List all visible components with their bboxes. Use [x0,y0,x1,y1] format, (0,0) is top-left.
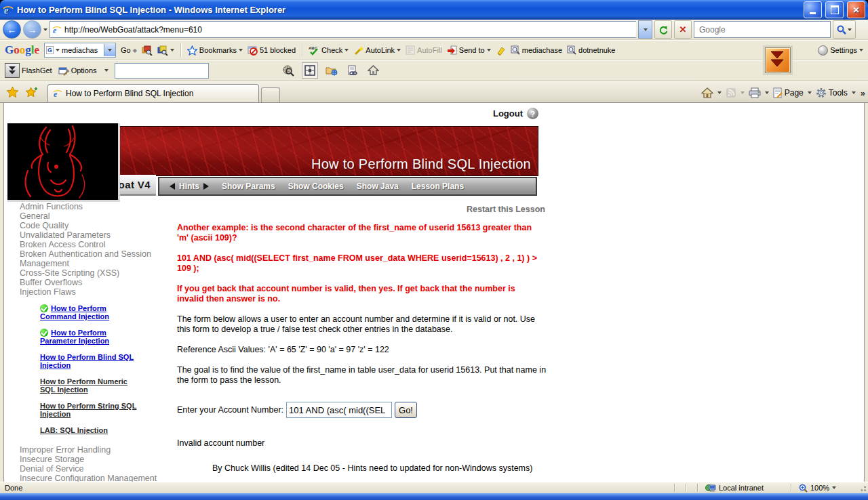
lesson-link[interactable]: How to Perform Command Injection [40,304,109,321]
statusbar-separator [674,484,675,492]
hints-label[interactable]: Hints [179,182,199,191]
dotnetnuke-search-button[interactable]: dotnetnuke [567,45,615,55]
go-label: Go [121,46,131,54]
more-commands-button[interactable]: » [861,88,865,98]
sidebar-category[interactable]: Unvalidated Parameters [20,231,159,241]
lesson-link[interactable]: How to Perform Numeric SQL Injection [40,377,127,394]
go-button[interactable]: Go! [395,402,417,418]
lesson-link-item[interactable]: How to Perform String SQL Injection [40,402,143,419]
search-input[interactable] [698,24,827,35]
add-favorite-button[interactable] [22,83,41,100]
lesson-link[interactable]: LAB: SQL Injection [40,426,108,434]
minimize-icon [810,12,816,14]
combo-dropdown[interactable] [104,44,115,56]
logout-help-icon[interactable]: ? [527,108,538,119]
sidebar-category[interactable]: Injection Flaws [20,288,159,297]
print-dropdown[interactable] [765,91,769,94]
hints-next-icon[interactable] [203,183,209,190]
history-dropdown[interactable] [43,28,47,31]
lesson-link-item[interactable]: How to Perform Command Injection [40,304,143,321]
flashget-input[interactable] [115,63,209,79]
sidebar-category[interactable]: Cross-Site Scripting (XSS) [20,269,159,278]
autolink-button[interactable]: AutoLink [353,45,401,56]
url-dropdown-button[interactable] [638,20,652,39]
tools-gear-icon [816,87,827,98]
lesson-link-item[interactable]: LAB: SQL Injection [40,426,143,435]
google-search-combo[interactable]: G mediachas [44,43,116,58]
home-dropdown[interactable] [717,91,722,94]
menu-show-java[interactable]: Show Java [357,182,399,191]
sidebar-category[interactable]: Buffer Overflows [20,278,159,288]
sidebar-category[interactable]: Insecure Configuration Management [20,474,159,482]
search-site-button[interactable] [142,45,153,56]
tab-bar: e How to Perform Blind SQL Injection [0,81,868,103]
hints-control[interactable]: Hints [170,182,209,191]
settings-label: Settings [830,46,857,54]
lesson-menu-bar: Hints Show Params Show Cookies Show Java… [158,177,537,196]
spellcheck-button[interactable]: ABC Check [309,45,349,56]
google-go-button[interactable]: Go ◆ [121,46,137,54]
mediachase-search-button[interactable]: mediachase [511,45,562,55]
flashget-sitelink-button[interactable] [345,63,360,78]
popup-blocker-button[interactable]: 51 blocked [248,45,296,56]
flashget-home-button[interactable] [366,63,381,78]
flashget-folder-button[interactable] [324,63,339,78]
sidebar-category[interactable]: Improper Error Handling [20,446,159,455]
flashget-search-button[interactable] [281,63,296,78]
back-button[interactable]: ← [3,20,21,39]
favorites-button[interactable] [3,83,22,100]
page-dropdown[interactable] [808,91,812,94]
zoom-control[interactable]: 100% [793,484,857,493]
restart-lesson-link[interactable]: Restart this Lesson [177,205,545,215]
minimize-button[interactable] [804,1,822,18]
refresh-button[interactable] [654,20,672,39]
sidebar-category[interactable]: Broken Access Control [20,241,159,250]
sidebar-category[interactable]: Broken Authentication and Session Manage… [20,250,159,268]
menu-lesson-plans[interactable]: Lesson Plans [412,182,464,191]
flashget-capture-button[interactable] [302,62,318,79]
lesson-link[interactable]: How to Perform Parameter Injection [40,329,109,346]
flashget-button[interactable]: FlashGet [5,63,52,78]
menu-show-cookies[interactable]: Show Cookies [288,182,344,191]
forward-button[interactable]: → [23,20,41,39]
print-button[interactable] [747,86,763,100]
flashget-options-button[interactable]: Options [58,66,108,76]
search-web-button[interactable] [157,45,174,56]
active-tab[interactable]: e How to Perform Blind SQL Injection [47,84,259,102]
tools-menu-button[interactable]: Tools [814,86,850,100]
status-text: Done [1,484,672,492]
search-site-icon [142,45,153,56]
zoom-dropdown[interactable] [832,486,836,489]
url-field[interactable]: e http://neo/WebGoat/attack?menu=610 [50,21,636,38]
lesson-link[interactable]: How to Perform String SQL Injection [40,402,136,419]
tools-dropdown[interactable] [852,91,856,94]
menu-show-params[interactable]: Show Params [222,182,275,191]
search-go-button[interactable] [833,20,856,39]
bookmarks-button[interactable]: Bookmarks [187,45,243,56]
maximize-button[interactable] [825,1,844,18]
settings-button[interactable]: Settings [818,45,863,56]
resize-grip[interactable] [859,484,867,492]
sidebar-category[interactable]: General [20,212,159,222]
sidebar-category[interactable]: Denial of Service [20,465,159,474]
lesson-link-item-current[interactable]: How to Perform Blind SQL Injection [40,353,143,370]
home-button[interactable] [699,86,715,100]
account-number-input[interactable] [286,402,392,418]
page-menu-button[interactable]: Page [771,86,806,100]
chevron-down-icon [644,28,648,31]
logout-button[interactable]: Logout [493,108,523,119]
stop-button[interactable]: ✕ [674,20,692,39]
search-box[interactable] [694,21,831,38]
close-button[interactable]: ✕ [847,1,865,18]
flashget-dropzone[interactable] [765,47,791,73]
hints-prev-icon[interactable] [170,183,175,190]
new-tab-stub[interactable] [261,87,280,102]
sidebar-category[interactable]: Insecure Storage [20,455,159,465]
sidebar-category[interactable]: Admin Functions [20,203,159,212]
lesson-link-item[interactable]: How to Perform Numeric SQL Injection [40,377,143,394]
highlight-button[interactable] [496,45,506,56]
sendto-button[interactable]: Send to [447,45,491,56]
lesson-link-item[interactable]: How to Perform Parameter Injection [40,329,143,346]
sidebar-category[interactable]: Code Quality [20,222,159,231]
lesson-link[interactable]: How to Perform Blind SQL Injection [40,353,134,370]
